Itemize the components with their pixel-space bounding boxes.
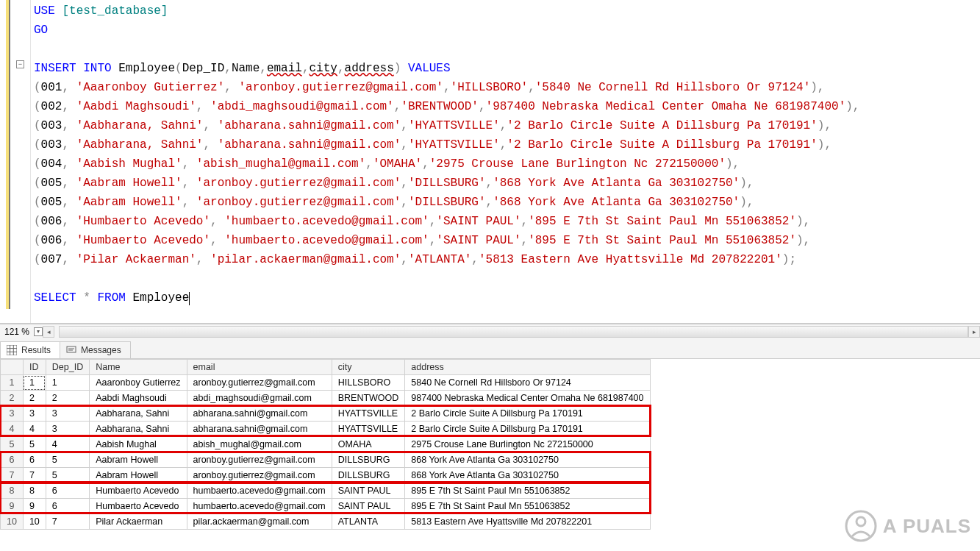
tab-messages[interactable]: Messages (60, 341, 131, 358)
col-header[interactable]: Name (90, 360, 187, 375)
cell-id[interactable]: 1 (23, 375, 46, 391)
messages-icon (66, 345, 76, 355)
cell-dep-id[interactable]: 3 (46, 406, 89, 422)
table-row[interactable]: 665Aabram Howellaronboy.gutierrez@gmail.… (1, 452, 651, 468)
cell-address[interactable]: 868 York Ave Atlanta Ga 303102750 (405, 468, 650, 483)
cell-name[interactable]: Aabharana, Sahni (90, 406, 187, 422)
cell-name[interactable]: Aabharana, Sahni (90, 422, 187, 437)
cell-name[interactable]: Aabram Howell (90, 468, 187, 483)
cell-dep-id[interactable]: 7 (46, 514, 89, 530)
cell-city[interactable]: BRENTWOOD (332, 391, 405, 406)
cell-address[interactable]: 987400 Nebraska Medical Center Omaha Ne … (405, 391, 650, 406)
cell-name[interactable]: Aabish Mughal (90, 437, 187, 452)
cell-city[interactable]: OMAHA (332, 437, 405, 452)
cell-id[interactable]: 9 (23, 499, 46, 514)
results-table[interactable]: IDDep_IDNameemailcityaddress111Aaaronboy… (0, 359, 651, 530)
cell-email[interactable]: humbaerto.acevedo@gmail.com (187, 483, 332, 499)
zoom-dropdown[interactable]: ▾ (34, 327, 43, 336)
cell-email[interactable]: aronboy.gutierrez@gmail.com (187, 468, 332, 483)
sql-code[interactable]: USE [test_database] GO INSERT INTO Emplo… (34, 1, 973, 308)
table-row[interactable]: 554Aabish Mughalabish_mughal@gmail.comOM… (1, 437, 651, 452)
cell-dep-id[interactable]: 1 (46, 375, 89, 391)
sql-editor-pane[interactable]: − USE [test_database] GO INSERT INTO Emp… (0, 0, 980, 324)
results-tabs: Results Messages (0, 338, 980, 359)
table-row[interactable]: 10107Pilar Ackaermanpilar.ackaerman@gmai… (1, 514, 651, 530)
cell-address[interactable]: 2 Barlo Circle Suite A Dillsburg Pa 1701… (405, 406, 650, 422)
cell-dep-id[interactable]: 3 (46, 422, 89, 437)
col-header[interactable] (1, 360, 24, 375)
table-row[interactable]: 333Aabharana, Sahniabharana.sahni@gmail.… (1, 406, 651, 422)
cell-email[interactable]: aronboy.gutierrez@gmail.com (187, 452, 332, 468)
col-header[interactable]: Dep_ID (46, 360, 89, 375)
scroll-left-button[interactable]: ◂ (43, 326, 54, 338)
table-row[interactable]: 996Humbaerto Acevedohumbaerto.acevedo@gm… (1, 499, 651, 514)
cell-city[interactable]: SAINT PAUL (332, 499, 405, 514)
col-header[interactable]: ID (23, 360, 46, 375)
cell-email[interactable]: humbaerto.acevedo@gmail.com (187, 499, 332, 514)
cell-city[interactable]: SAINT PAUL (332, 483, 405, 499)
cell-dep-id[interactable]: 6 (46, 499, 89, 514)
cell-city[interactable]: ATLANTA (332, 514, 405, 530)
editor-gutter: − (0, 0, 31, 323)
cell-email[interactable]: pilar.ackaerman@gmail.com (187, 514, 332, 530)
table-row[interactable]: 111Aaaronboy Gutierrezaronboy.gutierrez@… (1, 375, 651, 391)
cell-city[interactable]: DILLSBURG (332, 468, 405, 483)
cell-id[interactable]: 4 (23, 422, 46, 437)
cell-name[interactable]: Aabdi Maghsoudi (90, 391, 187, 406)
row-number: 6 (1, 452, 24, 468)
results-grid-pane[interactable]: IDDep_IDNameemailcityaddress111Aaaronboy… (0, 359, 980, 551)
cell-address[interactable]: 5840 Ne Cornell Rd Hillsboro Or 97124 (405, 375, 650, 391)
cell-id[interactable]: 8 (23, 483, 46, 499)
cell-dep-id[interactable]: 2 (46, 391, 89, 406)
cell-dep-id[interactable]: 4 (46, 437, 89, 452)
table-row[interactable]: 222Aabdi Maghsoudiabdi_maghsoudi@gmail.c… (1, 391, 651, 406)
row-number: 3 (1, 406, 24, 422)
col-header[interactable]: city (332, 360, 405, 375)
col-header[interactable]: email (187, 360, 332, 375)
cell-address[interactable]: 868 York Ave Atlanta Ga 303102750 (405, 452, 650, 468)
svg-rect-5 (67, 346, 76, 352)
cell-city[interactable]: HILLSBORO (332, 375, 405, 391)
row-number: 5 (1, 437, 24, 452)
cell-address[interactable]: 895 E 7th St Saint Paul Mn 551063852 (405, 499, 650, 514)
cell-address[interactable]: 2975 Crouse Lane Burlington Nc 272150000 (405, 437, 650, 452)
cell-name[interactable]: Humbaerto Acevedo (90, 483, 187, 499)
cell-id[interactable]: 6 (23, 452, 46, 468)
scroll-right-button[interactable]: ▸ (968, 326, 980, 338)
tab-results-label: Results (21, 345, 51, 355)
tab-results[interactable]: Results (0, 341, 60, 358)
cell-id[interactable]: 10 (23, 514, 46, 530)
cell-address[interactable]: 5813 Eastern Ave Hyattsville Md 20782220… (405, 514, 650, 530)
cell-dep-id[interactable]: 6 (46, 483, 89, 499)
cell-name[interactable]: Pilar Ackaerman (90, 514, 187, 530)
cell-address[interactable]: 895 E 7th St Saint Paul Mn 551063852 (405, 483, 650, 499)
fold-toggle-icon[interactable]: − (16, 60, 24, 68)
cell-id[interactable]: 5 (23, 437, 46, 452)
grid-icon (7, 345, 17, 355)
cell-name[interactable]: Humbaerto Acevedo (90, 499, 187, 514)
row-number: 1 (1, 375, 24, 391)
row-number: 7 (1, 468, 24, 483)
table-row[interactable]: 775Aabram Howellaronboy.gutierrez@gmail.… (1, 468, 651, 483)
cell-name[interactable]: Aaaronboy Gutierrez (90, 375, 187, 391)
horizontal-scrollbar[interactable] (59, 326, 968, 338)
cell-email[interactable]: aronboy.gutierrez@gmail.com (187, 375, 332, 391)
cell-dep-id[interactable]: 5 (46, 452, 89, 468)
table-row[interactable]: 443Aabharana, Sahniabharana.sahni@gmail.… (1, 422, 651, 437)
cell-city[interactable]: DILLSBURG (332, 452, 405, 468)
cell-email[interactable]: abdi_maghsoudi@gmail.com (187, 391, 332, 406)
cell-email[interactable]: abharana.sahni@gmail.com (187, 406, 332, 422)
col-header[interactable]: address (405, 360, 650, 375)
cell-id[interactable]: 3 (23, 406, 46, 422)
table-row[interactable]: 886Humbaerto Acevedohumbaerto.acevedo@gm… (1, 483, 651, 499)
cell-email[interactable]: abish_mughal@gmail.com (187, 437, 332, 452)
cell-email[interactable]: abharana.sahni@gmail.com (187, 422, 332, 437)
cell-dep-id[interactable]: 5 (46, 468, 89, 483)
cell-name[interactable]: Aabram Howell (90, 452, 187, 468)
cell-city[interactable]: HYATTSVILLE (332, 406, 405, 422)
row-number: 10 (1, 514, 24, 530)
cell-id[interactable]: 2 (23, 391, 46, 406)
cell-id[interactable]: 7 (23, 468, 46, 483)
cell-city[interactable]: HYATTSVILLE (332, 422, 405, 437)
cell-address[interactable]: 2 Barlo Circle Suite A Dillsburg Pa 1701… (405, 422, 650, 437)
